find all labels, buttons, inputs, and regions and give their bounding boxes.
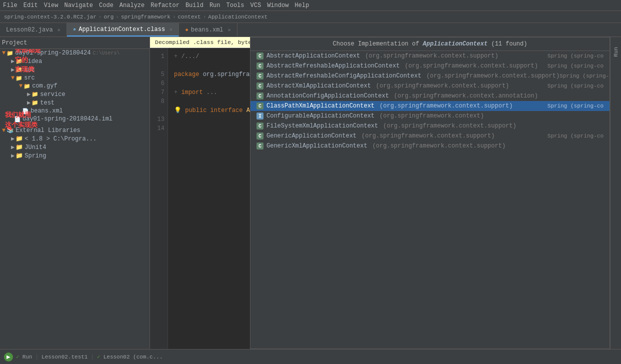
- popup-item-7[interactable]: C FileSystemXmlApplicationContext (org.s…: [250, 121, 610, 131]
- tree-root[interactable]: ▼ 📁 day01-spring-20180424 C:\Users\: [0, 49, 150, 57]
- menu-view[interactable]: View: [44, 2, 58, 9]
- project-panel: Project ▼ 📁 day01-spring-20180424 C:\Use…: [0, 37, 150, 349]
- item-name-8: GenericApplicationContext: [266, 132, 356, 140]
- breadcrumb-context[interactable]: context: [178, 14, 201, 20]
- tree-junit[interactable]: ▶ 📁 JUnit4: [0, 143, 150, 152]
- breadcrumb-jar[interactable]: spring-context-3.2.0.RC2.jar: [4, 14, 96, 20]
- item-pkg-1: (org.springframework.context.support): [404, 62, 538, 70]
- bottom-test-label: Lesson02.test1: [42, 354, 88, 360]
- menu-window[interactable]: Window: [267, 2, 288, 9]
- tree-iml[interactable]: 📄 day01-spring-20180424.iml: [0, 115, 150, 123]
- breadcrumb-org[interactable]: org: [104, 14, 114, 20]
- tab-lesson02-close[interactable]: ✕: [58, 27, 60, 33]
- bottom-status-label: Lesson02 (com.c...: [104, 354, 163, 360]
- project-title: Project: [2, 40, 27, 46]
- run-button[interactable]: ▶: [4, 352, 13, 362]
- popup-item-9[interactable]: C GenericXmlApplicationContext (org.spri…: [250, 141, 610, 151]
- expand-junit-icon: ▶: [11, 144, 14, 151]
- folder-icon: 📁: [6, 50, 14, 56]
- item-pkg-6: (org.springframework.context): [380, 112, 484, 120]
- menu-run[interactable]: Run: [210, 2, 220, 9]
- popup-item-6[interactable]: I ConfigurableApplicationContext (org.sp…: [250, 111, 610, 121]
- tree-spring-label: Spring: [24, 152, 46, 160]
- tab-applicationcontext[interactable]: ● ApplicationContext.class ✕: [67, 23, 179, 36]
- tree-test[interactable]: ▶ 📁 test: [0, 98, 150, 107]
- tree-extlibs-label: External Libraries: [16, 127, 80, 134]
- folder-test-icon: 📁: [32, 100, 38, 106]
- tree-junit-label: JUnit4: [24, 144, 46, 151]
- breadcrumb-class[interactable]: ApplicationContext: [208, 14, 268, 20]
- junit-icon: 📁: [16, 144, 23, 151]
- popup-item-8[interactable]: C GenericApplicationContext (org.springf…: [250, 131, 610, 141]
- menu-refactor[interactable]: Refactor: [150, 2, 180, 9]
- menu-navigate[interactable]: Navigate: [64, 2, 93, 9]
- popup-interface-name: ApplicationContext: [423, 40, 488, 48]
- tree-beans-xml-label: beans.xml: [30, 108, 63, 114]
- tab-beans-close[interactable]: ✕: [228, 27, 231, 33]
- menu-analyze[interactable]: Analyze: [120, 2, 144, 9]
- tree-beans-xml[interactable]: 📄 beans.xml: [0, 107, 150, 115]
- popup-item-4[interactable]: C AnnotationConfigApplicationContext (or…: [250, 91, 610, 101]
- folder-out-icon: 📁: [16, 66, 22, 73]
- breadcrumb-springframework[interactable]: springframework: [121, 14, 170, 20]
- item-pkg-7: (org.springframework.context.support): [383, 122, 516, 130]
- popup-item-3[interactable]: C AbstractXmlApplicationContext (org.spr…: [250, 81, 610, 91]
- menu-vcs[interactable]: VCS: [250, 2, 262, 9]
- type-badge-8: C: [256, 132, 264, 140]
- item-jar-1: Spring (spring-co: [548, 63, 604, 69]
- popup-header: Choose Implementation of ApplicationCont…: [250, 38, 610, 51]
- item-name-3: AbstractXmlApplicationContext: [266, 82, 371, 90]
- item-jar-2: Spring (spring-co: [560, 73, 610, 79]
- item-name-9: GenericXmlApplicationContext: [266, 142, 368, 150]
- type-badge-9: C: [256, 142, 264, 150]
- tree-idea[interactable]: ▶ 📁 .idea: [0, 57, 150, 66]
- menu-tools[interactable]: Tools: [226, 2, 244, 9]
- tab-bar: Lesson02.java ✕ ● ApplicationContext.cla…: [0, 23, 621, 37]
- tree-extlibs[interactable]: ▼ 📚 External Libraries: [0, 126, 150, 134]
- menu-file[interactable]: File: [3, 2, 18, 9]
- type-badge-2: C: [256, 72, 264, 80]
- status-icon-ok: ✓: [16, 354, 20, 360]
- popup-item-0[interactable]: C AbstractApplicationContext (org.spring…: [250, 51, 610, 61]
- tree-out[interactable]: ▶ 📁 out: [0, 66, 150, 74]
- item-name-2: AbstractRefreshableConfigApplicationCont…: [266, 72, 422, 80]
- popup-item-1[interactable]: C AbstractRefreshableApplicationContext …: [250, 61, 610, 71]
- project-tree: ▼ 📁 day01-spring-20180424 C:\Users\ ▶ 📁 …: [0, 49, 150, 349]
- right-sidebar: Run: [610, 37, 621, 349]
- menu-help[interactable]: Help: [294, 2, 309, 9]
- ext-lib-icon: 📚: [6, 126, 14, 134]
- expand-jdk-icon: ▶: [11, 135, 14, 142]
- type-badge-7: C: [256, 122, 264, 130]
- tree-out-label: out: [24, 66, 35, 74]
- collapse-icon: ▶: [11, 58, 14, 65]
- tab-lesson02[interactable]: Lesson02.java ✕: [0, 23, 67, 36]
- menu-edit[interactable]: Edit: [24, 2, 38, 9]
- collapse-out-icon: ▶: [11, 66, 14, 74]
- popup-list[interactable]: C AbstractApplicationContext (org.spring…: [250, 51, 610, 348]
- tree-comgyf[interactable]: ▼ 📁 com.gyf: [0, 82, 150, 90]
- tab-applicationcontext-label: ApplicationContext.class: [78, 26, 165, 33]
- item-name-5: ClassPathXmlApplicationContext: [266, 102, 374, 110]
- tree-src[interactable]: ▼ 📁 src: [0, 74, 150, 82]
- breadcrumb: spring-context-3.2.0.RC2.jar › org › spr…: [0, 11, 621, 23]
- tab-beans[interactable]: ● beans.xml ✕: [179, 23, 237, 36]
- status-ok-icon2: ✓: [97, 354, 100, 360]
- bottom-run-tab[interactable]: Run: [22, 354, 32, 360]
- menu-code[interactable]: Code: [99, 2, 114, 9]
- tab-lesson02-label: Lesson02.java: [6, 26, 53, 34]
- tab-applicationcontext-close[interactable]: ✕: [170, 26, 172, 32]
- popup-item-5[interactable]: C ClassPathXmlApplicationContext (org.sp…: [250, 101, 610, 111]
- item-pkg-4: (org.springframework.context.annotation): [394, 92, 538, 100]
- expand-src-icon: ▼: [11, 74, 14, 82]
- menu-build[interactable]: Build: [186, 2, 204, 9]
- folder-idea-icon: 📁: [16, 58, 22, 64]
- implementation-popup: Choose Implementation of ApplicationCont…: [250, 37, 610, 349]
- item-jar-0: Spring (spring-co: [548, 53, 604, 59]
- item-name-0: AbstractApplicationContext: [266, 52, 360, 60]
- sidebar-run[interactable]: Run: [613, 47, 619, 57]
- tree-spring[interactable]: ▶ 📁 Spring: [0, 152, 150, 160]
- popup-item-2[interactable]: C AbstractRefreshableConfigApplicationCo…: [250, 71, 610, 81]
- tree-jdk[interactable]: ▶ 📁 < 1.8 > C:\Progra...: [0, 134, 150, 143]
- tree-service[interactable]: ▶ 📁 service: [0, 90, 150, 98]
- expand-comgyf-icon: ▼: [19, 82, 22, 90]
